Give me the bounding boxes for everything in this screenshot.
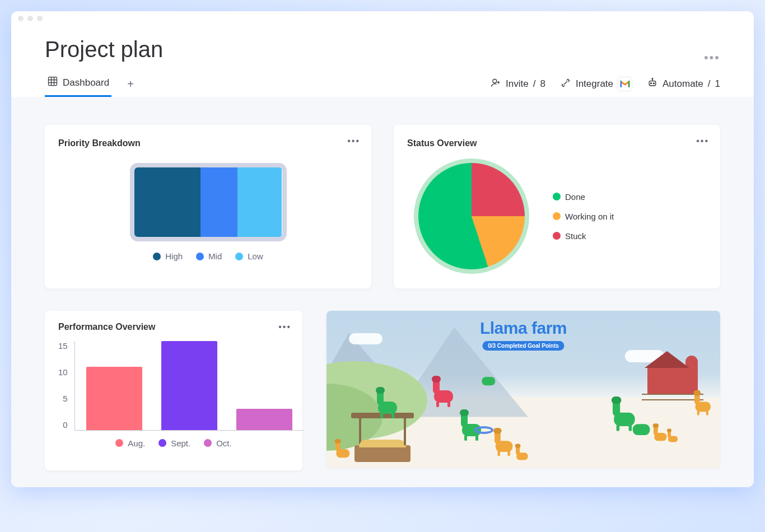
svg-point-5 xyxy=(493,79,497,83)
status-card: Status Overview ••• Done Working on it xyxy=(394,125,720,288)
ring-icon xyxy=(474,426,493,434)
svg-point-13 xyxy=(652,78,653,79)
cloud-icon xyxy=(349,333,382,344)
farm-title-block: Llama farm 0/3 Completed Goal Points xyxy=(480,319,567,351)
bar-chart: 15 10 5 0 xyxy=(58,341,289,431)
card-more-icon[interactable]: ••• xyxy=(347,136,360,146)
pie-legend: Done Working on it Stuck xyxy=(553,192,614,241)
invite-label: Invite xyxy=(506,78,529,90)
swatch-done xyxy=(553,193,561,200)
battery-segment-low xyxy=(237,167,282,237)
svg-line-8 xyxy=(564,81,567,84)
llama-icon xyxy=(495,430,515,455)
pie-chart: Done Working on it Stuck xyxy=(407,157,707,275)
automate-button[interactable]: Automate / 1 xyxy=(647,77,720,91)
bar-sept xyxy=(161,341,217,430)
page-more-icon[interactable]: ••• xyxy=(704,50,720,65)
robot-icon xyxy=(647,77,658,91)
bar-oct xyxy=(236,409,292,430)
llama-icon xyxy=(335,440,351,460)
card-title: Performance Overview xyxy=(58,322,289,332)
window-control-dot[interactable] xyxy=(27,16,33,21)
legend-item-oct: Oct. xyxy=(204,438,232,448)
header-actions: Invite / 8 Integrate xyxy=(490,77,720,91)
page-title: Project plan xyxy=(45,37,720,62)
swatch-aug xyxy=(115,439,123,447)
swatch-mid xyxy=(196,253,204,260)
battery-outer xyxy=(130,157,287,251)
person-add-icon xyxy=(490,77,501,91)
topbar: Dashboard + I xyxy=(45,71,720,97)
page-header: Project plan Dashbo xyxy=(11,26,754,97)
card-more-icon[interactable]: ••• xyxy=(696,136,709,146)
legend-label: Oct. xyxy=(216,438,232,448)
grid-icon xyxy=(47,76,58,90)
add-tab-button[interactable]: + xyxy=(123,76,138,93)
priority-card: Priority Breakdown ••• High xyxy=(45,125,371,288)
card-title: Status Overview xyxy=(407,138,707,148)
invite-button[interactable]: Invite / 8 xyxy=(490,77,545,91)
tab-strip: Dashboard + xyxy=(45,71,138,97)
performance-legend: Aug. Sept. Oct. xyxy=(58,438,289,448)
llama-icon xyxy=(654,424,668,443)
swatch-working xyxy=(553,212,561,220)
llama-icon xyxy=(377,389,399,417)
window-control-dot[interactable] xyxy=(18,16,24,21)
trough-icon xyxy=(354,445,411,462)
gmail-icon xyxy=(618,77,632,91)
y-axis: 15 10 5 0 xyxy=(58,341,74,431)
llama-icon xyxy=(433,378,455,406)
legend-item-mid: Mid xyxy=(196,251,222,261)
plug-icon xyxy=(560,77,571,91)
card-more-icon[interactable]: ••• xyxy=(278,322,291,332)
farm-title: Llama farm xyxy=(480,319,567,338)
legend-label: High xyxy=(165,251,183,261)
legend-item-working: Working on it xyxy=(553,212,614,221)
automate-count: 1 xyxy=(715,78,720,90)
legend-item-aug: Aug. xyxy=(115,438,145,448)
y-tick: 10 xyxy=(58,367,68,377)
automate-label: Automate xyxy=(663,78,703,90)
y-tick: 0 xyxy=(63,420,67,430)
pie-container xyxy=(418,163,525,269)
llama-icon xyxy=(516,445,529,462)
legend-label: Mid xyxy=(208,251,222,261)
llama-farm-widget[interactable]: Llama farm 0/3 Completed Goal Points xyxy=(326,311,720,468)
swatch-low xyxy=(235,253,243,260)
bar-plot xyxy=(74,341,304,431)
pie-slices xyxy=(418,163,525,269)
legend-label: Done xyxy=(565,192,585,202)
swatch-stuck xyxy=(553,232,561,240)
y-tick: 15 xyxy=(58,341,68,351)
integrate-button[interactable]: Integrate xyxy=(560,77,632,91)
legend-label: Sept. xyxy=(171,438,190,448)
battery-body xyxy=(130,163,287,241)
svg-point-10 xyxy=(651,82,652,83)
swatch-sept xyxy=(158,439,166,447)
legend-item-done: Done xyxy=(553,192,614,202)
llama-icon xyxy=(668,430,679,444)
swatch-high xyxy=(153,253,161,260)
svg-rect-0 xyxy=(49,77,57,86)
priority-legend: High Mid Low xyxy=(153,251,263,261)
barn-icon xyxy=(647,367,687,395)
bar-aug xyxy=(86,367,142,430)
llama-icon xyxy=(694,392,712,414)
legend-label: Low xyxy=(248,251,263,261)
window-control-dot[interactable] xyxy=(37,16,43,21)
legend-label: Working on it xyxy=(565,212,614,221)
y-tick: 5 xyxy=(63,394,67,403)
tab-dashboard[interactable]: Dashboard xyxy=(45,71,111,97)
legend-label: Aug. xyxy=(128,438,145,448)
tab-label: Dashboard xyxy=(63,77,109,88)
llama-icon xyxy=(481,368,497,388)
window-titlebar xyxy=(11,11,754,26)
app-window: ••• Project plan xyxy=(11,11,754,487)
legend-item-sept: Sept. xyxy=(158,438,190,448)
legend-label: Stuck xyxy=(565,231,586,241)
llama-icon xyxy=(632,413,652,438)
battery-segment-high xyxy=(134,167,201,237)
legend-item-low: Low xyxy=(235,251,263,261)
dashboard-content: Priority Breakdown ••• High xyxy=(11,97,754,487)
invite-count: 8 xyxy=(540,78,545,90)
